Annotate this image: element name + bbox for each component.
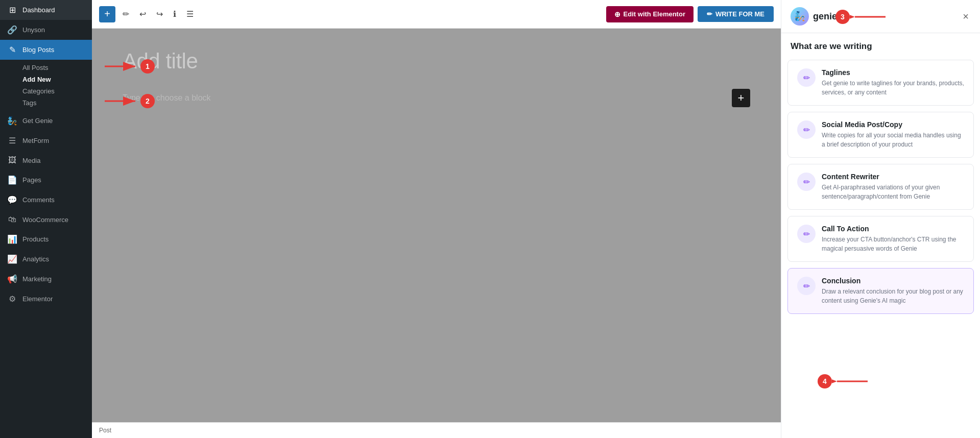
sidebar-sub-all-posts[interactable]: All Posts: [22, 62, 92, 74]
sidebar-item-woocommerce[interactable]: 🛍 WooCommerce: [0, 210, 92, 229]
comments-icon: 💬: [7, 195, 17, 205]
social-media-card-icon: ✏: [797, 120, 816, 139]
sidebar-item-label: Marketing: [22, 275, 52, 283]
redo-icon: ↪: [156, 10, 163, 18]
sidebar-sub-tags[interactable]: Tags: [22, 97, 92, 109]
taglines-card-title: Taglines: [822, 68, 964, 77]
post-label: Post: [99, 427, 111, 434]
info-button[interactable]: ℹ: [170, 7, 179, 21]
sidebar-item-label: Pages: [22, 176, 41, 184]
sidebar-sub-categories[interactable]: Categories: [22, 85, 92, 97]
sidebar-item-analytics[interactable]: 📈 Analytics: [0, 249, 92, 269]
genie-close-button[interactable]: ×: [961, 9, 971, 25]
social-media-card-content: Social Media Post/Copy Write copies for …: [822, 120, 964, 149]
editor-inner[interactable]: Add title Type / to choose a block +: [92, 29, 781, 422]
taglines-card-icon: ✏: [797, 68, 816, 87]
undo-icon: ↩: [139, 10, 146, 18]
sidebar-item-dashboard[interactable]: ⊞ Dashboard: [0, 0, 92, 20]
info-icon: ℹ: [173, 10, 176, 18]
block-placeholder-text[interactable]: Type / to choose a block: [123, 93, 211, 103]
conclusion-card-desc: Draw a relevant conclusion for your blog…: [822, 287, 964, 305]
call-to-action-card-desc: Increase your CTA button/anchor's CTR us…: [822, 235, 964, 253]
marketing-icon: 📢: [7, 274, 17, 284]
edit-pen-button[interactable]: ✏: [119, 7, 132, 21]
sidebar-item-label: Unyson: [22, 26, 45, 34]
sidebar-item-marketing[interactable]: 📢 Marketing: [0, 269, 92, 289]
sidebar-item-comments[interactable]: 💬 Comments: [0, 190, 92, 210]
write-for-me-label: WRITE FOR ME: [715, 10, 764, 18]
menu-button[interactable]: ☰: [183, 7, 197, 21]
sidebar: ⊞ Dashboard 🔗 Unyson ✎ Blog Posts All Po…: [0, 0, 92, 438]
sidebar-item-get-genie[interactable]: 🧞 Get Genie: [0, 111, 92, 131]
taglines-card-content: Taglines Get genie to write taglines for…: [822, 68, 964, 97]
blog-posts-icon: ✎: [7, 45, 17, 55]
sidebar-item-metform[interactable]: ☰ MetForm: [0, 131, 92, 151]
genie-card-conclusion[interactable]: ✏ Conclusion Draw a relevant conclusion …: [787, 268, 974, 314]
edit-with-elementor-button[interactable]: ⊕ Edit with Elementor: [606, 6, 694, 22]
sidebar-item-media[interactable]: 🖼 Media: [0, 151, 92, 170]
menu-icon: ☰: [186, 10, 194, 18]
content-rewriter-card-title: Content Rewriter: [822, 173, 964, 181]
conclusion-card-title: Conclusion: [822, 277, 964, 285]
genie-panel-title: What are we writing: [781, 33, 980, 57]
social-media-card-desc: Write copies for all your social media h…: [822, 131, 964, 149]
genie-panel: 🧞 genie × What are we writing ✏ Taglines…: [781, 0, 980, 438]
sidebar-item-label: Comments: [22, 196, 55, 204]
title-placeholder[interactable]: Add title: [123, 49, 750, 74]
undo-button[interactable]: ↩: [136, 7, 149, 21]
conclusion-card-content: Conclusion Draw a relevant conclusion fo…: [822, 277, 964, 305]
sidebar-item-elementor[interactable]: ⚙ Elementor: [0, 289, 92, 309]
main-content: + ✏ ↩ ↪ ℹ ☰ ⊕ Edit with Elementor ✏ WRIT…: [92, 0, 781, 438]
block-placeholder: Type / to choose a block +: [123, 89, 750, 107]
content-rewriter-card-icon: ✏: [797, 173, 816, 191]
genie-card-content-rewriter[interactable]: ✏ Content Rewriter Get AI-paraphrased va…: [787, 164, 974, 210]
content-rewriter-card-content: Content Rewriter Get AI-paraphrased vari…: [822, 173, 964, 201]
pages-icon: 📄: [7, 175, 17, 185]
metform-icon: ☰: [7, 136, 17, 145]
sidebar-item-label: Products: [22, 235, 49, 243]
sidebar-submenu: All Posts Add New Categories Tags: [0, 60, 92, 111]
genie-card-call-to-action[interactable]: ✏ Call To Action Increase your CTA butto…: [787, 216, 974, 262]
unyson-icon: 🔗: [7, 25, 17, 35]
add-block-inline-button[interactable]: +: [732, 89, 750, 107]
elementor-button-icon: ⊕: [614, 10, 620, 18]
elementor-icon: ⚙: [7, 294, 17, 304]
sidebar-item-label: Elementor: [22, 295, 53, 303]
sidebar-sub-add-new[interactable]: Add New: [22, 74, 92, 85]
woocommerce-icon: 🛍: [7, 215, 17, 224]
write-for-me-button[interactable]: ✏ WRITE FOR ME: [698, 6, 774, 22]
sidebar-item-label: WooCommerce: [22, 216, 68, 224]
sidebar-item-label: Dashboard: [22, 6, 55, 14]
sidebar-item-label: Get Genie: [22, 117, 53, 125]
analytics-icon: 📈: [7, 254, 17, 264]
sidebar-item-label: Analytics: [22, 255, 49, 263]
get-genie-icon: 🧞: [7, 116, 17, 126]
content-rewriter-card-desc: Get AI-paraphrased variations of your gi…: [822, 183, 964, 201]
sidebar-item-label: Blog Posts: [22, 46, 54, 54]
add-icon: +: [104, 8, 110, 20]
dashboard-icon: ⊞: [7, 5, 17, 15]
genie-logo-icon: 🧞: [791, 7, 809, 26]
sidebar-item-label: Media: [22, 157, 40, 164]
sidebar-item-unyson[interactable]: 🔗 Unyson: [0, 20, 92, 40]
genie-logo-text: genie: [813, 11, 837, 22]
toolbar: + ✏ ↩ ↪ ℹ ☰ ⊕ Edit with Elementor ✏ WRIT…: [92, 0, 781, 29]
write-icon: ✏: [707, 10, 712, 18]
products-icon: 📊: [7, 234, 17, 244]
genie-card-social-media[interactable]: ✏ Social Media Post/Copy Write copies fo…: [787, 112, 974, 158]
call-to-action-card-title: Call To Action: [822, 225, 964, 233]
genie-header: 🧞 genie ×: [781, 0, 980, 33]
social-media-card-title: Social Media Post/Copy: [822, 120, 964, 129]
conclusion-card-icon: ✏: [797, 277, 816, 295]
sidebar-item-blog-posts[interactable]: ✎ Blog Posts: [0, 40, 92, 60]
sidebar-item-pages[interactable]: 📄 Pages: [0, 170, 92, 190]
sidebar-item-products[interactable]: 📊 Products: [0, 229, 92, 249]
add-block-button[interactable]: +: [99, 6, 115, 22]
redo-button[interactable]: ↪: [153, 7, 166, 21]
call-to-action-card-content: Call To Action Increase your CTA button/…: [822, 225, 964, 253]
pen-icon: ✏: [123, 10, 129, 18]
editor-footer: Post: [92, 422, 781, 438]
genie-card-taglines[interactable]: ✏ Taglines Get genie to write taglines f…: [787, 60, 974, 106]
sidebar-item-label: MetForm: [22, 137, 49, 144]
editor-area: Add title Type / to choose a block + Pos…: [92, 29, 781, 438]
